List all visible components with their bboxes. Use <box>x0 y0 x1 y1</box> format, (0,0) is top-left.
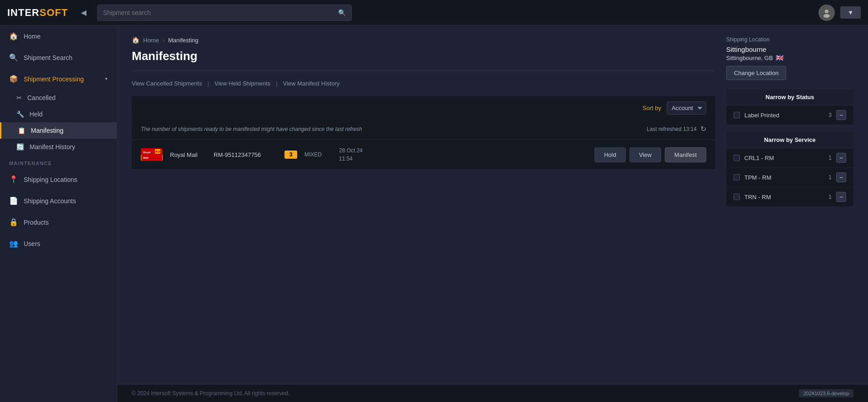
narrow-service-minus-trn[interactable]: − <box>836 192 846 202</box>
narrow-status-header: Narrow by Status <box>726 89 853 106</box>
content-left: 🏠 Home › Manifesting Manifesting View Ca… <box>132 36 715 373</box>
products-icon: 🔒 <box>9 218 18 226</box>
change-location-button[interactable]: Change Location <box>726 66 786 80</box>
user-menu-button[interactable]: ▼ <box>840 6 861 19</box>
narrow-status-checkbox[interactable] <box>733 112 740 118</box>
sidebar-item-manifesting[interactable]: 📋 Manifesting <box>0 122 117 139</box>
shipping-location-box: Shipping Location Sittingbourne Sittingb… <box>726 36 853 80</box>
narrow-by-status-box: Narrow by Status Label Printed 3 − <box>726 89 853 125</box>
narrow-service-item-trn: TRN - RM 1 − <box>726 187 853 206</box>
breadcrumb-home-link[interactable]: Home <box>143 37 159 44</box>
view-button[interactable]: View <box>629 147 661 162</box>
accounts-icon: 📄 <box>9 196 18 205</box>
manifest-id: RM-95112347756 <box>214 151 277 158</box>
narrow-by-service-box: Narrow by Service CRL1 - RM 1 − TPM - RM… <box>726 132 853 206</box>
page-title: Manifesting <box>132 49 715 71</box>
sort-by-label: Sort by <box>643 105 661 111</box>
narrow-service-count-trn: 1 <box>828 194 832 200</box>
sidebar-sub-label-history: Manifest History <box>30 143 75 151</box>
sidebar-item-shipping-accounts[interactable]: 📄 Shipping Accounts <box>0 190 117 211</box>
sidebar-label-shipping-accounts: Shipping Accounts <box>24 197 76 205</box>
version-badge: 20241023.6-develop <box>799 389 853 397</box>
sidebar-label-users: Users <box>24 240 40 247</box>
narrow-service-minus-crl1[interactable]: − <box>836 153 846 163</box>
topbar-right: ▼ <box>818 5 861 21</box>
search-bar: 🔍 <box>97 5 352 21</box>
svg-point-0 <box>825 10 828 13</box>
sidebar-item-label-processing: Shipment Processing <box>24 75 84 83</box>
view-cancelled-link[interactable]: View Cancelled Shipments <box>132 80 202 87</box>
sidebar-item-shipment-processing[interactable]: 📦 Shipment Processing ▾ <box>0 68 117 90</box>
narrow-status-item-label-printed: Label Printed 3 − <box>726 106 853 125</box>
city-text: Sittingbourne, GB <box>726 55 773 61</box>
narrow-service-checkbox-tpm[interactable] <box>733 174 740 181</box>
copyright-text: © 2024 Intersoft Systems & Programming L… <box>132 390 289 397</box>
row-date: 28 Oct 24 <box>339 147 363 154</box>
sidebar-item-cancelled[interactable]: ✂ Cancelled <box>0 90 117 106</box>
svg-point-1 <box>823 14 830 18</box>
shipping-location-city: Sittingbourne, GB 🇬🇧 <box>726 54 853 61</box>
hold-button[interactable]: Hold <box>594 147 626 162</box>
breadcrumb-current: Manifesting <box>168 37 198 44</box>
users-icon: 👥 <box>9 239 18 248</box>
narrow-service-checkbox-crl1[interactable] <box>733 155 740 161</box>
topbar: INTERSOFT ◀ 🔍 ▼ <box>0 0 868 25</box>
refresh-notice: The number of shipments ready to be mani… <box>132 120 715 140</box>
manifesting-icon: 📋 <box>18 127 25 134</box>
content-area: 🏠 Home › Manifesting Manifesting View Ca… <box>117 25 868 384</box>
sidebar-item-products[interactable]: 🔒 Products <box>0 211 117 233</box>
sidebar-item-label-shipment-search: Shipment Search <box>24 54 72 61</box>
view-held-link[interactable]: View Held Shipments <box>215 80 270 87</box>
sidebar-item-home[interactable]: 🏠 Home <box>0 25 117 47</box>
logo: INTERSOFT <box>7 7 68 19</box>
refresh-button[interactable]: ↻ <box>700 125 706 133</box>
search-nav-icon: 🔍 <box>9 53 18 62</box>
narrow-service-minus-tpm[interactable]: − <box>836 172 846 182</box>
svg-text:RM: RM <box>155 150 160 153</box>
shipment-count: 3 <box>284 151 297 159</box>
avatar <box>818 5 835 21</box>
layout: 🏠 Home 🔍 Shipment Search 📦 Shipment Proc… <box>0 25 868 402</box>
last-refreshed-text: Last refreshed 13:14 <box>647 126 697 132</box>
sidebar-item-shipping-locations[interactable]: 📍 Shipping Locations <box>0 169 117 190</box>
shipping-location-name: Sittingbourne <box>726 45 853 53</box>
sidebar-item-label-home: Home <box>24 33 40 40</box>
view-manifest-history-link[interactable]: View Manifest History <box>283 80 340 87</box>
sidebar-item-users[interactable]: 👥 Users <box>0 233 117 254</box>
collapse-sidebar-button[interactable]: ◀ <box>77 6 90 19</box>
chevron-down-icon: ▾ <box>105 76 108 82</box>
narrow-status-minus-button[interactable]: − <box>836 110 846 120</box>
narrow-status-count: 3 <box>828 112 832 118</box>
sidebar-item-manifest-history[interactable]: 🔄 Manifest History <box>0 139 117 155</box>
processing-icon: 📦 <box>9 75 18 83</box>
narrow-service-label-tpm: TPM - RM <box>744 174 824 181</box>
date-time: 28 Oct 24 11:54 <box>339 146 380 163</box>
svg-text:Mail: Mail <box>143 156 149 159</box>
narrow-service-label-trn: TRN - RM <box>744 194 824 201</box>
narrow-service-checkbox-trn[interactable] <box>733 194 740 200</box>
sidebar-item-held[interactable]: 🔧 Held <box>0 106 117 122</box>
manifest-button[interactable]: Manifest <box>665 147 706 162</box>
carrier-name: Royal Mail <box>170 151 206 158</box>
maintenance-section-label: MAINTENANCE <box>0 155 117 169</box>
breadcrumb-separator: › <box>163 37 165 44</box>
link-sep-1: | <box>207 80 209 87</box>
breadcrumb-home-icon: 🏠 <box>132 36 140 44</box>
refresh-right: Last refreshed 13:14 ↻ <box>647 125 706 133</box>
table-row: Royal Mail RM Royal Mail RM-95112347756 … <box>132 140 715 170</box>
locations-icon: 📍 <box>9 175 18 184</box>
search-input[interactable] <box>103 9 338 16</box>
sort-select[interactable]: Account Date Carrier <box>667 101 706 115</box>
svg-text:Royal: Royal <box>143 151 151 154</box>
narrow-service-count-tpm: 1 <box>828 174 832 181</box>
type-badge: MIXED <box>304 151 332 158</box>
breadcrumb: 🏠 Home › Manifesting <box>132 36 715 44</box>
sidebar-label-shipping-locations: Shipping Locations <box>24 176 77 183</box>
narrow-service-count-crl1: 1 <box>828 155 832 161</box>
narrow-status-label: Label Printed <box>744 112 824 119</box>
logo-soft: SOFT <box>40 7 68 19</box>
refresh-message: The number of shipments ready to be mani… <box>141 126 362 132</box>
sort-bar: Sort by Account Date Carrier <box>132 96 715 120</box>
sidebar-item-shipment-search[interactable]: 🔍 Shipment Search <box>0 47 117 68</box>
carrier-logo: Royal Mail RM <box>141 148 163 161</box>
